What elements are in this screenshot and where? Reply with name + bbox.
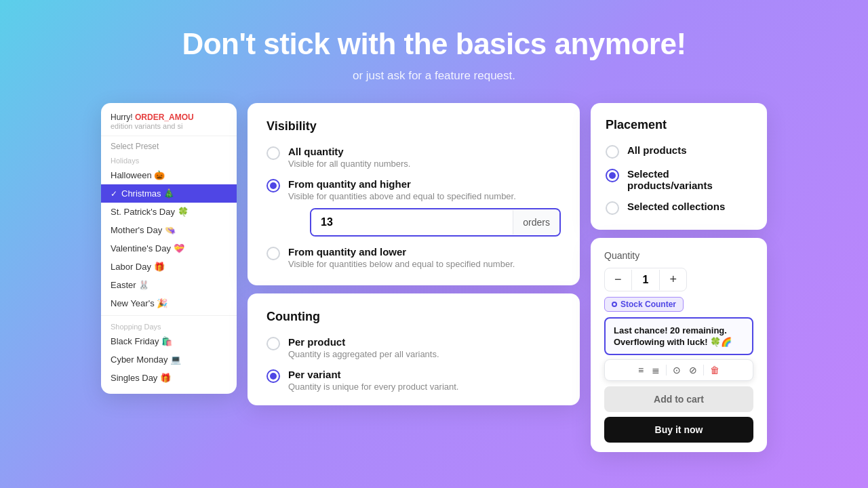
radio-from-higher[interactable] [267,179,280,192]
qty-stepper: − 1 + [604,268,687,291]
qty-minus-button[interactable]: − [605,268,631,291]
add-to-cart-button[interactable]: Add to cart [604,386,753,412]
preset-item-name: Mother's Day 👒 [111,225,176,235]
toolbar-align-center-button[interactable]: ≣ [648,363,663,377]
toolbar-divider-2 [703,365,704,375]
cards-row: Hurry! ORDER_AMOU edition variants and s… [0,103,868,452]
option-text: From quantity and lower Visible for quan… [288,246,515,269]
preset-item-name: Cyber Monday 💻 [111,354,181,365]
buy-now-button[interactable]: Buy it now [604,417,753,443]
option-label: All quantity [288,146,410,157]
radio-per-variant[interactable] [267,369,280,383]
option-desc: Visible for quantities below and equal t… [288,259,515,269]
option-desc: Quantity is aggregated per all variants. [288,349,439,359]
radio-all-products[interactable] [606,145,619,159]
check-icon: ✓ [111,189,117,199]
preset-item-mothersday[interactable]: Mother's Day 👒 [101,221,237,239]
preset-item-name: St. Patrick's Day 🍀 [111,207,189,217]
preset-item-stpatricks[interactable]: St. Patrick's Day 🍀 [101,203,237,221]
placement-option-collections[interactable]: Selected collections [606,201,752,215]
badge-dot-icon [612,302,617,307]
option-label: Selected collections [627,201,725,212]
preset-item-name: Easter 🐰 [111,280,149,290]
placement-option-all[interactable]: All products [606,144,752,159]
preset-item-name: Christmas 🎄 [121,188,174,199]
placement-option-selected[interactable]: Selected products/variants [606,168,752,191]
placement-title: Placement [606,118,752,132]
preset-item-name: Singles Day 🎁 [111,373,171,383]
placement-options: All products Selected products/variants … [606,144,752,215]
preset-item-easter[interactable]: Easter 🐰 [101,276,237,294]
mini-toolbar: ≡ ≣ ⊙ ⊘ 🗑 [604,359,753,381]
toolbar-delete-button[interactable]: 🗑 [707,363,723,377]
counting-title: Counting [267,310,561,324]
quantity-input[interactable] [311,209,513,235]
quantity-widget-card: Quantity − 1 + Stock Counter Last chance… [591,238,767,452]
visibility-title: Visibility [267,119,561,134]
option-label: Per variant [288,369,458,380]
option-label: Per product [288,336,439,348]
preset-item-christmas[interactable]: ✓ Christmas 🎄 [101,184,237,203]
option-label: All products [627,144,687,156]
preset-item-valentines[interactable]: Valentine's Day 💝 [101,239,237,258]
holidays-section-label: Holidays [101,152,237,166]
shopping-days-section-label: Shopping Days [101,319,237,332]
option-desc: Quantity is unique for every product var… [288,382,458,392]
radio-per-product[interactable] [267,337,280,350]
qty-plus-button[interactable]: + [660,268,686,291]
preset-item-blackfriday[interactable]: Black Friday 🛍️ [101,332,237,350]
option-text: All quantity Visible for all quantity nu… [288,146,410,169]
preset-item-newyears[interactable]: New Year's 🎉 [101,294,237,312]
middle-column: Visibility All quantity Visible for all … [248,103,580,405]
toolbar-align-left-button[interactable]: ≡ [635,363,647,377]
option-text: Per product Quantity is aggregated per a… [288,336,439,359]
toolbar-settings-button[interactable]: ⊙ [669,363,684,377]
preset-item-name: Valentine's Day 💝 [111,243,184,253]
radio-from-lower[interactable] [267,247,280,260]
preset-item-name: Labor Day 🎁 [111,262,165,272]
counting-option-variant[interactable]: Per variant Quantity is unique for every… [267,369,561,392]
toolbar-divider [666,365,667,375]
preset-item-halloween[interactable]: Halloween 🎃 [101,166,237,184]
hurry-banner: Hurry! ORDER_AMOU edition variants and s… [101,113,237,136]
counting-card: Counting Per product Quantity is aggrega… [248,293,580,405]
visibility-option-higher[interactable]: From quantity and higher Visible for qua… [267,178,561,237]
option-label: From quantity and lower [288,246,515,258]
toolbar-duplicate-button[interactable]: ⊘ [686,363,701,377]
radio-all-quantity[interactable] [267,146,280,160]
counting-options: Per product Quantity is aggregated per a… [267,336,561,392]
stock-message-box: Last chance! 20 remaining. Overflowing w… [604,317,753,355]
placement-card: Placement All products Selected products… [591,103,767,230]
stock-message-line2: Overflowing with luck! 🍀🌈 [614,337,744,347]
quantity-unit: orders [513,210,559,235]
hero-section: Don't stick with the basics anymore! or … [0,0,868,96]
preset-item-name: Black Friday 🛍️ [111,336,172,346]
qty-value: 1 [631,270,660,290]
preset-card: Hurry! ORDER_AMOU edition variants and s… [101,103,237,394]
visibility-card: Visibility All quantity Visible for all … [248,103,580,285]
preset-select-label: Select Preset [101,136,237,152]
option-label: From quantity and higher [288,178,561,190]
option-label: Selected products/variants [627,168,752,191]
radio-selected-products[interactable] [606,169,619,182]
preset-item-singlesday[interactable]: Singles Day 🎁 [101,369,237,387]
right-column: Placement All products Selected products… [591,103,767,452]
radio-selected-collections[interactable] [606,201,619,215]
option-desc: Visible for quantities above and equal t… [288,191,561,201]
preset-item-laborday[interactable]: Labor Day 🎁 [101,258,237,276]
preset-item-name: New Year's 🎉 [111,298,167,308]
stock-counter-badge: Stock Counter [604,297,684,312]
hero-subtext: or just ask for a feature request. [0,69,868,83]
hurry-sub: edition variants and si [111,122,227,130]
preset-item-cybermonday[interactable]: Cyber Monday 💻 [101,350,237,369]
visibility-option-lower[interactable]: From quantity and lower Visible for quan… [267,246,561,269]
stock-message-line1: Last chance! 20 remaining. [614,325,744,336]
hero-heading: Don't stick with the basics anymore! [0,27,868,61]
counting-option-product[interactable]: Per product Quantity is aggregated per a… [267,336,561,359]
option-text: Per variant Quantity is unique for every… [288,369,458,392]
quantity-widget-label: Quantity [604,250,753,261]
option-desc: Visible for all quantity numbers. [288,159,410,169]
visibility-option-all[interactable]: All quantity Visible for all quantity nu… [267,146,561,169]
order-amount-text: ORDER_AMOU [135,113,194,122]
preset-item-name: Halloween 🎃 [111,170,165,180]
